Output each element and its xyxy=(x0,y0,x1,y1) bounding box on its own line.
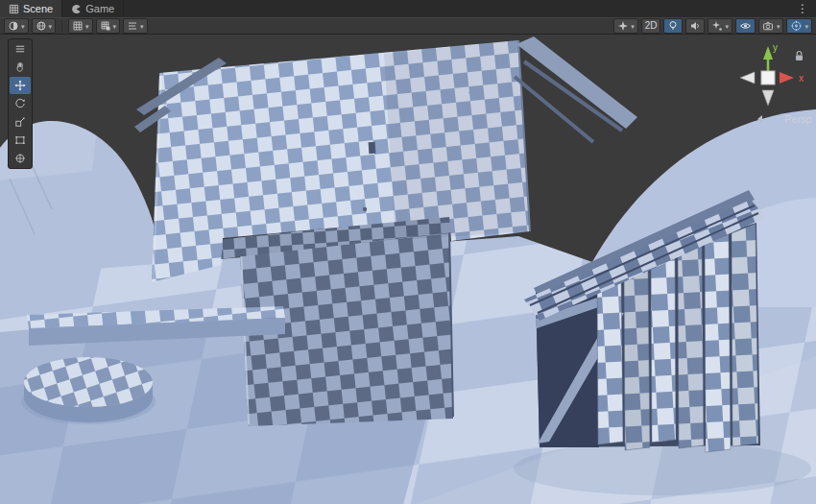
rect-tool-button[interactable] xyxy=(10,132,31,149)
speaker-icon xyxy=(689,20,701,32)
eye-icon xyxy=(739,20,752,32)
caret-icon: ▾ xyxy=(777,23,780,30)
rotate-tool-button[interactable] xyxy=(10,95,31,112)
window-menu-icon[interactable]: ⋮ xyxy=(789,0,816,17)
move-tool-button[interactable] xyxy=(10,77,31,94)
scene-viewport[interactable]: y x Persp xyxy=(0,35,816,504)
hamburger-icon xyxy=(13,42,27,56)
orientation-gizmo: y x Persp xyxy=(724,38,812,125)
tools-menu-button[interactable] xyxy=(10,40,31,58)
tabbar-spacer xyxy=(124,0,789,17)
game-icon xyxy=(71,4,82,14)
snap-grid-icon xyxy=(100,20,111,32)
caret-icon: ▾ xyxy=(140,23,144,30)
unity-editor-window: Scene Game ⋮ ▾ ▾ xyxy=(0,0,816,504)
star-effects-icon xyxy=(617,20,629,32)
caret-icon: ▾ xyxy=(725,23,729,30)
scene-toolbar: ▾ ▾ ▾ ▾ ▾ xyxy=(0,17,816,35)
caret-icon: ▾ xyxy=(631,23,635,30)
persp-text: Persp xyxy=(784,113,812,125)
axis-y-label: y xyxy=(773,42,778,53)
2d-toggle[interactable]: 2D xyxy=(641,18,661,34)
hand-icon xyxy=(13,60,27,74)
shaded-sphere-icon xyxy=(8,20,19,32)
effects-dropdown[interactable]: ▾ xyxy=(613,18,638,34)
lighting-toggle[interactable] xyxy=(663,18,683,34)
axis-negx-cone[interactable] xyxy=(740,72,755,84)
orientation-target-icon xyxy=(790,20,803,32)
transform-tool-button[interactable] xyxy=(10,150,31,167)
axis-y-cone[interactable] xyxy=(763,46,773,60)
fx-dropdown[interactable]: ▾ xyxy=(708,18,732,34)
tab-scene-label: Scene xyxy=(23,3,53,14)
gizmos-dropdown[interactable]: ▾ xyxy=(786,18,812,34)
audio-toggle[interactable] xyxy=(685,18,705,34)
grid-icon xyxy=(72,20,84,32)
tab-game-label: Game xyxy=(85,3,114,14)
scale-icon xyxy=(13,115,27,129)
caret-icon: ▾ xyxy=(113,23,117,30)
view-tool-button[interactable] xyxy=(10,59,31,76)
camera-icon xyxy=(762,20,775,32)
gizmo-center-cube[interactable] xyxy=(761,71,775,84)
snap-settings-dropdown[interactable]: ▾ xyxy=(96,18,121,34)
toolbar-separator xyxy=(61,21,62,32)
grid-visibility-dropdown[interactable]: ▾ xyxy=(68,18,93,34)
scene-visibility-toggle[interactable] xyxy=(735,18,756,34)
axis-x-label: x xyxy=(799,73,804,84)
2d-label: 2D xyxy=(645,21,658,31)
tab-game[interactable]: Game xyxy=(62,0,124,17)
draw-mode-dropdown[interactable]: ▾ xyxy=(4,18,29,34)
lightbulb-icon xyxy=(667,20,679,32)
scale-tool-button[interactable] xyxy=(10,113,31,131)
camera-dropdown[interactable]: ▾ xyxy=(758,18,784,34)
caret-icon: ▾ xyxy=(804,23,808,30)
chevron-left-icon xyxy=(756,114,763,124)
sparkle-icon xyxy=(711,20,723,32)
scene-render[interactable] xyxy=(0,35,816,504)
axis-x-cone[interactable] xyxy=(780,72,794,84)
projection-label[interactable]: Persp xyxy=(739,113,812,125)
axis-down-cone[interactable] xyxy=(762,90,774,106)
rotate-icon xyxy=(13,97,27,110)
scene-view-options-dropdown[interactable]: ▾ xyxy=(32,18,57,34)
tools-overlay xyxy=(8,38,33,169)
scene-grid-icon xyxy=(9,4,19,14)
tab-scene[interactable]: Scene xyxy=(0,0,62,17)
toolbar-right-group: ▾ 2D ▾ xyxy=(613,18,812,34)
tab-bar: Scene Game ⋮ xyxy=(0,0,816,17)
rect-icon xyxy=(13,133,27,147)
stump-model[interactable] xyxy=(21,357,156,424)
caret-icon: ▾ xyxy=(49,23,53,30)
transform-icon xyxy=(13,152,27,165)
caret-icon: ▾ xyxy=(85,23,89,30)
globe-icon xyxy=(36,20,47,32)
move-icon xyxy=(13,79,27,92)
lock-icon[interactable] xyxy=(794,50,804,62)
increment-bars-icon xyxy=(127,20,138,32)
snap-increment-dropdown[interactable]: ▾ xyxy=(123,18,148,34)
caret-icon: ▾ xyxy=(21,23,25,30)
